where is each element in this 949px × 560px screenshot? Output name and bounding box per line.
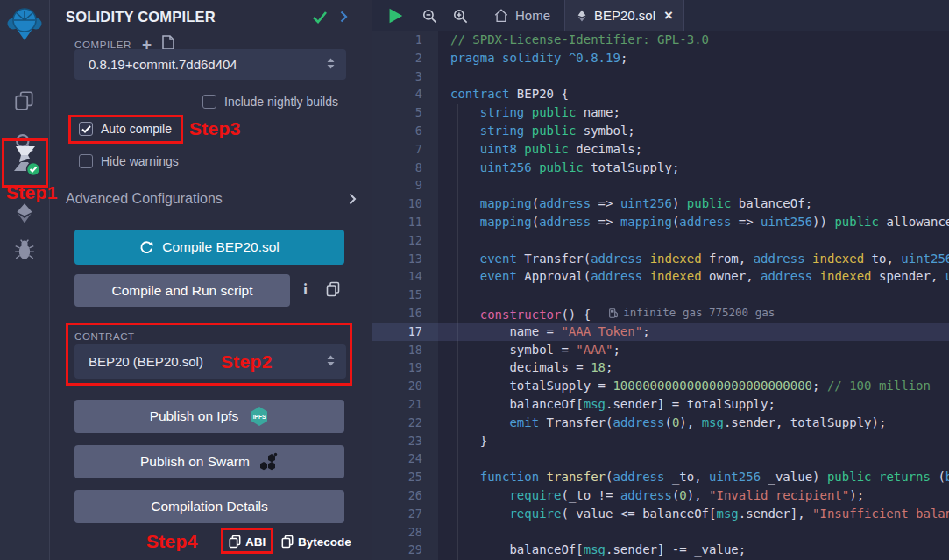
checkbox-box[interactable] [79, 122, 93, 136]
publish-ipfs-button[interactable]: Publish on Ipfs IPFS [74, 400, 344, 433]
file-explorer-icon[interactable] [13, 89, 36, 116]
abi-label: ABI [245, 535, 266, 549]
code-area[interactable]: 1// SPDX-License-Identifier: GPL-3.02pra… [372, 31, 949, 560]
solidity-file-icon [576, 9, 588, 23]
line-number: 9 [372, 176, 422, 195]
code-line[interactable]: 11 mapping(address => mapping(address =>… [372, 213, 949, 231]
debugger-bug-icon[interactable] [13, 238, 36, 265]
run-script-play-icon[interactable] [386, 6, 405, 29]
code-line[interactable]: 8 uint256 public totalSupply; [372, 159, 949, 177]
compile-and-run-label: Compile and Run script [111, 283, 252, 299]
gas-estimate-widget: infinite gas 775200 gas [608, 304, 775, 323]
line-number: 16 [372, 304, 422, 323]
code-line[interactable]: 25 function transfer(address _to, uint25… [372, 468, 949, 486]
line-number: 24 [372, 450, 422, 468]
zoom-in-icon[interactable] [452, 8, 469, 28]
code-line[interactable]: 7 uint8 public decimals; [372, 140, 949, 159]
compiler-section-label: COMPILER [74, 39, 131, 50]
line-number: 5 [372, 103, 422, 122]
zoom-out-icon[interactable] [421, 8, 438, 28]
code-line[interactable]: 24 [372, 450, 949, 468]
code-line[interactable]: 15 [372, 286, 949, 304]
tab-bep20-sol[interactable]: BEP20.sol × [564, 0, 684, 31]
deploy-run-icon[interactable] [13, 202, 36, 228]
code-line[interactable]: 5 string public name; [372, 103, 949, 122]
copy-icon [281, 535, 294, 549]
line-number: 15 [372, 286, 422, 304]
contract-select-value: BEP20 (BEP20.sol) [89, 354, 203, 369]
code-line[interactable]: 9 [372, 176, 949, 195]
info-icon[interactable]: i [303, 280, 308, 299]
code-line[interactable]: 17 name = "AAA Token"; [372, 323, 949, 341]
code-line[interactable]: 26 require(_to != address(0), "Invalid r… [372, 486, 949, 505]
gas-pump-icon [608, 308, 619, 319]
checkbox-box[interactable] [79, 154, 93, 168]
copy-icon[interactable] [326, 281, 340, 301]
line-number: 3 [372, 67, 422, 86]
code-line[interactable]: 12 [372, 231, 949, 250]
line-number: 28 [372, 523, 422, 542]
code-line[interactable]: 1// SPDX-License-Identifier: GPL-3.0 [372, 31, 949, 49]
compiler-version-select[interactable]: 0.8.19+commit.7dd6d404 [74, 49, 346, 80]
copy-bytecode-button[interactable]: Bytecode [281, 535, 351, 549]
code-line[interactable]: 6 string public symbol; [372, 122, 949, 140]
contract-section-label: CONTRACT [74, 331, 135, 342]
code-line[interactable]: 23 } [372, 432, 949, 450]
line-number: 14 [372, 267, 422, 286]
line-number: 22 [372, 414, 422, 432]
line-number: 18 [372, 341, 422, 359]
copy-icon [229, 535, 241, 549]
hide-warnings-checkbox[interactable]: Hide warnings [79, 154, 179, 168]
hide-warnings-label: Hide warnings [101, 154, 179, 168]
code-line[interactable]: 13 event Transfer(address indexed from, … [372, 250, 949, 268]
compilation-details-label: Compilation Details [151, 499, 268, 514]
bytecode-label: Bytecode [298, 535, 351, 549]
tab-home[interactable]: Home [483, 0, 561, 31]
auto-compile-checkbox[interactable]: Auto compile [79, 122, 172, 136]
code-line[interactable]: 2pragma solidity ^0.8.19; [372, 49, 949, 67]
panel-chevron-right-icon[interactable] [340, 11, 348, 26]
activity-bar [0, 0, 50, 560]
solidity-compiler-panel: SOLIDITY COMPILER COMPILER + 0.8.19+comm… [50, 0, 372, 560]
compile-button[interactable]: Compile BEP20.sol [74, 230, 344, 265]
code-line[interactable]: 29 balanceOf[msg.sender] -= _value; [372, 541, 949, 559]
swarm-icon [258, 452, 279, 472]
compile-button-label: Compile BEP20.sol [162, 239, 280, 255]
line-number: 6 [372, 122, 422, 140]
code-line[interactable]: 21 balanceOf[msg.sender] = totalSupply; [372, 395, 949, 414]
advanced-configurations-toggle[interactable]: Advanced Configurations [66, 191, 357, 207]
select-arrows-icon [327, 354, 335, 370]
line-number: 20 [372, 377, 422, 395]
code-line[interactable]: 18 symbol = "AAA"; [372, 341, 949, 359]
code-line[interactable]: 16 constructor() {infinite gas 775200 ga… [372, 304, 949, 323]
line-number: 13 [372, 250, 422, 268]
line-number: 1 [372, 31, 422, 49]
code-line[interactable]: 28 [372, 523, 949, 542]
publish-swarm-button[interactable]: Publish on Swarm [74, 445, 344, 478]
contract-select[interactable]: BEP20 (BEP20.sol) [74, 344, 346, 379]
code-line[interactable]: 14 event Approval(address indexed owner,… [372, 267, 949, 286]
nightly-builds-checkbox[interactable]: Include nightly builds [202, 95, 338, 109]
compiler-version-value: 0.8.19+commit.7dd6d404 [89, 57, 237, 72]
code-line[interactable]: 20 totalSupply = 10000000000000000000000… [372, 377, 949, 395]
copy-abi-button[interactable]: ABI [229, 535, 266, 549]
checkbox-box[interactable] [202, 95, 216, 109]
code-line[interactable]: 19 decimals = 18; [372, 358, 949, 377]
code-editor: Home BEP20.sol × 1// SPDX-License-Identi… [372, 0, 949, 560]
remix-logo-icon[interactable] [5, 5, 44, 47]
compilation-details-button[interactable]: Compilation Details [74, 490, 344, 523]
auto-compile-label: Auto compile [101, 122, 172, 136]
publish-swarm-label: Publish on Swarm [140, 454, 250, 470]
svg-text:IPFS: IPFS [253, 414, 266, 420]
compile-and-run-button[interactable]: Compile and Run script [74, 274, 290, 307]
code-line[interactable]: 10 mapping(address => uint256) public ba… [372, 195, 949, 213]
line-number: 12 [372, 231, 422, 250]
editor-tab-bar: Home BEP20.sol × [372, 0, 949, 31]
tab-close-icon[interactable]: × [664, 7, 673, 25]
code-line[interactable]: 4contract BEP20 { [372, 85, 949, 103]
code-line[interactable]: 27 require(_value <= balanceOf[msg.sende… [372, 505, 949, 523]
nightly-builds-label: Include nightly builds [224, 95, 338, 109]
code-line[interactable]: 22 emit Transfer(address(0), msg.sender,… [372, 414, 949, 432]
code-line[interactable]: 3 [372, 67, 949, 86]
solidity-compiler-icon[interactable] [9, 144, 40, 181]
